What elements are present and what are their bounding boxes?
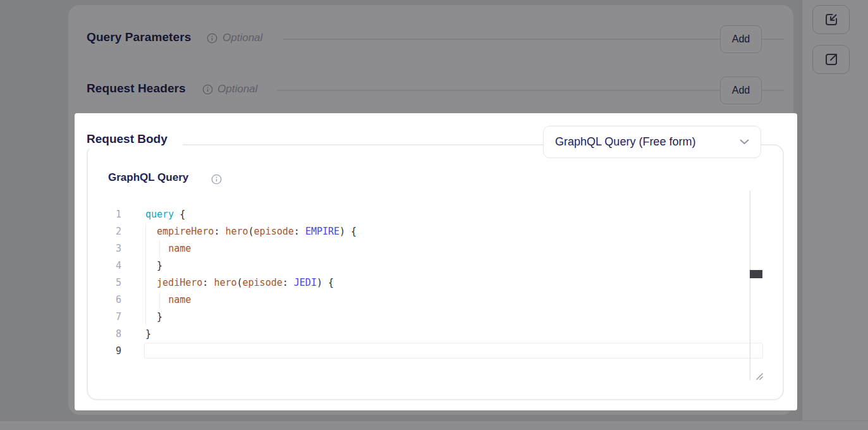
textarea-resize-handle[interactable] bbox=[755, 372, 764, 381]
code-line: } bbox=[145, 326, 357, 343]
line-number: 6 bbox=[101, 292, 121, 309]
line-number: 3 bbox=[101, 240, 121, 257]
line-number: 7 bbox=[101, 309, 121, 326]
editor-scrollbar-thumb[interactable] bbox=[750, 270, 762, 278]
chevron-down-icon bbox=[740, 139, 749, 145]
line-number: 2 bbox=[101, 223, 121, 240]
code-line: } bbox=[145, 309, 357, 326]
code-line: jediHero: hero(episode: JEDI) { bbox=[145, 274, 357, 292]
code-line: name bbox=[145, 292, 357, 309]
line-number: 5 bbox=[101, 274, 121, 292]
code-line: name bbox=[145, 240, 357, 257]
line-number: 9 bbox=[101, 343, 121, 360]
editor-gutter: 123456789 bbox=[101, 206, 121, 360]
line-number: 1 bbox=[101, 206, 121, 223]
code-line: } bbox=[145, 257, 357, 274]
code-line bbox=[145, 343, 357, 360]
app-screen: Query Parameters Optional Add Request He… bbox=[0, 0, 868, 430]
body-type-select[interactable]: GraphQL Query (Free form) bbox=[543, 126, 761, 158]
editor-scrollbar-track bbox=[750, 191, 750, 380]
request-body-label: Request Body bbox=[87, 132, 183, 149]
graphql-query-label: GraphQL Query bbox=[108, 171, 188, 184]
body-type-selected-value: GraphQL Query (Free form) bbox=[555, 135, 735, 149]
editor-lines: query { empireHero: hero(episode: EMPIRE… bbox=[145, 206, 357, 360]
line-number: 8 bbox=[101, 326, 121, 343]
code-line: query { bbox=[145, 206, 357, 223]
line-number: 4 bbox=[101, 257, 121, 274]
info-icon[interactable] bbox=[211, 174, 222, 185]
request-body-section: Request Body GraphQL Query (Free form) G… bbox=[75, 113, 797, 410]
code-line: empireHero: hero(episode: EMPIRE) { bbox=[145, 223, 357, 240]
